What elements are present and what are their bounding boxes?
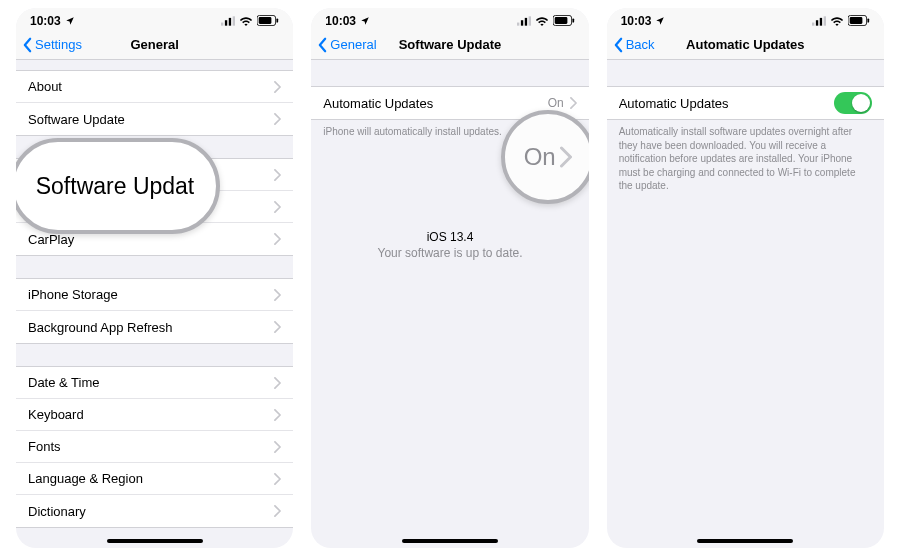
toggle-automatic-updates[interactable] — [834, 92, 872, 114]
row-label: Automatic Updates — [323, 96, 547, 111]
row-label: Software Update — [28, 112, 274, 127]
chevron-left-icon — [317, 37, 328, 53]
battery-icon — [257, 15, 279, 26]
row-background-refresh[interactable]: Background App Refresh — [16, 311, 293, 343]
row-iphone-storage[interactable]: iPhone Storage — [16, 279, 293, 311]
svg-rect-17 — [824, 16, 826, 25]
home-indicator[interactable] — [402, 539, 498, 543]
battery-icon — [553, 15, 575, 26]
svg-rect-9 — [524, 17, 526, 25]
row-label: Automatic Updates — [619, 96, 834, 111]
svg-rect-16 — [820, 17, 822, 25]
row-language-region[interactable]: Language & Region — [16, 463, 293, 495]
svg-rect-5 — [259, 17, 272, 24]
row-label: Dictionary — [28, 504, 274, 519]
nav-header: General Software Update — [311, 30, 588, 60]
group-toggle: Automatic Updates — [607, 86, 884, 120]
wifi-icon — [535, 16, 549, 26]
status-message: Your software is up to date. — [311, 245, 588, 262]
back-label: Back — [626, 37, 655, 52]
back-label: Settings — [35, 37, 82, 52]
chevron-right-icon — [274, 201, 281, 213]
callout-on: On — [501, 110, 589, 204]
row-automatic-updates-toggle[interactable]: Automatic Updates — [607, 87, 884, 119]
chevron-right-icon — [274, 289, 281, 301]
row-label: Date & Time — [28, 375, 274, 390]
row-label: About — [28, 79, 274, 94]
chevron-right-icon — [274, 441, 281, 453]
chevron-right-icon — [274, 377, 281, 389]
row-label: Language & Region — [28, 471, 274, 486]
chevron-right-icon — [570, 97, 577, 109]
location-icon — [360, 16, 370, 26]
svg-rect-6 — [277, 18, 279, 22]
home-indicator[interactable] — [107, 539, 203, 543]
chevron-right-icon — [274, 81, 281, 93]
battery-icon — [848, 15, 870, 26]
row-date-time[interactable]: Date & Time — [16, 367, 293, 399]
group-storage: iPhone Storage Background App Refresh — [16, 278, 293, 344]
content: Software Updat About Software Update Air… — [16, 60, 293, 548]
svg-rect-1 — [225, 20, 227, 25]
group-footer: Automatically install software updates o… — [607, 120, 884, 193]
callout-software-update: Software Updat — [16, 138, 220, 234]
callout-on-text: On — [524, 143, 556, 171]
row-label: Fonts — [28, 439, 274, 454]
update-status: iOS 13.4 Your software is up to date. — [311, 229, 588, 263]
status-bar: 10:03 — [311, 8, 588, 30]
chevron-right-icon — [274, 409, 281, 421]
chevron-right-icon — [274, 473, 281, 485]
chevron-left-icon — [613, 37, 624, 53]
svg-rect-12 — [554, 17, 567, 24]
status-time: 10:03 — [325, 14, 356, 28]
svg-rect-20 — [867, 18, 869, 22]
content: Automatic Updates Automatically install … — [607, 60, 884, 548]
svg-rect-19 — [850, 17, 863, 24]
wifi-icon — [239, 16, 253, 26]
back-button[interactable]: Back — [607, 37, 655, 53]
chevron-right-icon — [274, 169, 281, 181]
status-bar: 10:03 — [16, 8, 293, 30]
location-icon — [655, 16, 665, 26]
svg-rect-0 — [221, 22, 223, 25]
svg-rect-3 — [233, 16, 235, 25]
svg-rect-14 — [812, 22, 814, 25]
row-detail: On — [548, 96, 564, 110]
group-about: About Software Update — [16, 70, 293, 136]
nav-header: Back Automatic Updates — [607, 30, 884, 60]
nav-header: Settings General — [16, 30, 293, 60]
group-locale: Date & Time Keyboard Fonts Language & Re… — [16, 366, 293, 528]
content: On Automatic Updates On iPhone will auto… — [311, 60, 588, 548]
back-button[interactable]: Settings — [16, 37, 82, 53]
svg-rect-7 — [517, 22, 519, 25]
home-indicator[interactable] — [697, 539, 793, 543]
row-label: Keyboard — [28, 407, 274, 422]
chevron-right-icon — [560, 146, 572, 168]
row-label: iPhone Storage — [28, 287, 274, 302]
svg-rect-8 — [521, 20, 523, 25]
svg-rect-15 — [816, 20, 818, 25]
row-software-update[interactable]: Software Update — [16, 103, 293, 135]
status-time: 10:03 — [30, 14, 61, 28]
svg-rect-13 — [572, 18, 574, 22]
row-label: Background App Refresh — [28, 320, 274, 335]
location-icon — [65, 16, 75, 26]
row-dictionary[interactable]: Dictionary — [16, 495, 293, 527]
ios-version: iOS 13.4 — [311, 229, 588, 246]
chevron-right-icon — [274, 505, 281, 517]
callout-text: Software Updat — [36, 173, 195, 200]
chevron-right-icon — [274, 233, 281, 245]
row-keyboard[interactable]: Keyboard — [16, 399, 293, 431]
status-time: 10:03 — [621, 14, 652, 28]
signal-icon — [812, 16, 826, 26]
wifi-icon — [830, 16, 844, 26]
row-fonts[interactable]: Fonts — [16, 431, 293, 463]
chevron-right-icon — [274, 321, 281, 333]
signal-icon — [517, 16, 531, 26]
chevron-left-icon — [22, 37, 33, 53]
svg-rect-10 — [528, 16, 530, 25]
row-about[interactable]: About — [16, 71, 293, 103]
back-button[interactable]: General — [311, 37, 376, 53]
phone-general-settings: 10:03 Settings General Software Updat Ab… — [16, 8, 293, 548]
phone-automatic-updates: 10:03 Back Automatic Updates Automatic U… — [607, 8, 884, 548]
